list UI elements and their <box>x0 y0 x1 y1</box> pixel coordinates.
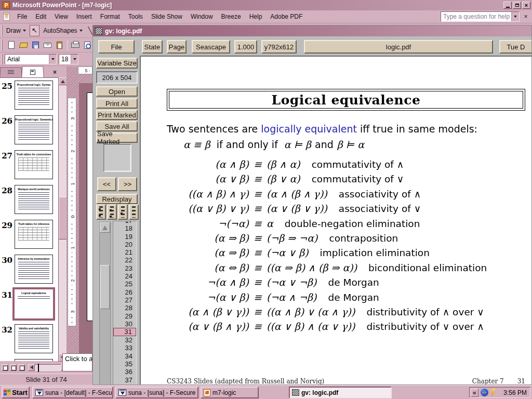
thumbnails-scrollbar[interactable] <box>58 77 66 362</box>
scrollbar-track[interactable] <box>35 364 61 371</box>
gv-filename-button[interactable]: logic.pdf <box>304 40 493 54</box>
taskbar-task-fsecure-1[interactable]: suna - [default] - F-Secure... <box>32 387 113 398</box>
gv-variable-size-button[interactable]: Variable Size <box>96 58 138 69</box>
menu-format[interactable]: Format <box>96 11 124 22</box>
gv-prev-page-button[interactable]: << <box>97 177 116 191</box>
menu-tools[interactable]: Tools <box>124 11 147 22</box>
draw-menu-button[interactable]: Draw <box>5 26 28 35</box>
scrollbar-thumb[interactable] <box>59 197 67 240</box>
page-number[interactable]: 37 <box>113 376 136 384</box>
page-number[interactable]: 21 <box>113 248 136 256</box>
page-number[interactable]: 33 <box>113 344 136 352</box>
menu-edit[interactable]: Edit <box>31 11 50 22</box>
toolbar-grip[interactable] <box>1 25 3 36</box>
page-number[interactable]: 26 <box>113 288 136 296</box>
menu-window[interactable]: Window <box>187 11 217 22</box>
gv-magnifier-box[interactable] <box>103 144 131 172</box>
autoshapes-menu-button[interactable]: AutoShapes <box>42 26 84 35</box>
tray-app-icon[interactable] <box>481 389 488 396</box>
gv-redisplay-button[interactable]: Redisplay <box>96 194 138 204</box>
taskbar-task-powerpoint[interactable]: m7-logic <box>201 387 259 398</box>
menu-slide-show[interactable]: Slide Show <box>147 11 187 22</box>
page-number[interactable]: 17 <box>113 221 136 224</box>
page-number[interactable]: 20 <box>113 241 136 248</box>
slide-thumbnail[interactable]: 26 Propositional logic: Semantics <box>0 114 58 147</box>
slide-thumbnail-selected[interactable]: 31 Logical equivalence <box>0 288 58 321</box>
slide-thumbnail[interactable]: 32 Validity and satisfiability <box>0 323 58 355</box>
page-number[interactable]: 28 <box>113 304 136 312</box>
gv-print-all-button[interactable]: Print All <box>96 98 138 109</box>
minimize-button[interactable] <box>503 2 512 9</box>
gv-open-button[interactable]: Open <box>96 86 138 97</box>
restore-button[interactable] <box>513 2 521 9</box>
scroll-up-icon[interactable] <box>59 77 67 85</box>
font-name-combo[interactable]: Arial <box>5 54 57 64</box>
toolbar-grip[interactable] <box>1 39 3 51</box>
page-number[interactable]: 35 <box>113 360 136 368</box>
page-number[interactable]: 23 <box>113 264 136 272</box>
chevron-down-icon[interactable] <box>49 55 56 64</box>
gv-pagelist-scrollbar[interactable] <box>99 222 111 385</box>
gv-next-page-button[interactable]: >> <box>118 177 137 191</box>
gv-scale-button[interactable]: 1.000 <box>234 40 257 54</box>
gv-mark-button-1[interactable] <box>96 204 106 220</box>
gv-unmark-button[interactable] <box>118 204 128 220</box>
gv-page-list[interactable]: 17 18 19 20 21 22 23 24 25 26 27 28 29 3… <box>113 221 137 385</box>
gv-orientation-button[interactable]: Seascape <box>192 40 230 54</box>
scroll-up-icon[interactable] <box>100 222 110 233</box>
gv-titlebar[interactable]: gv: logic.pdf <box>93 25 532 36</box>
chevron-down-icon[interactable] <box>71 55 78 64</box>
scroll-left-icon[interactable] <box>28 364 35 371</box>
menubar-close-icon[interactable]: × <box>522 13 530 20</box>
tray-chevron-icon[interactable]: « <box>471 389 478 397</box>
normal-view-button[interactable] <box>2 364 8 371</box>
menu-help[interactable]: Help <box>245 11 267 22</box>
page-number[interactable]: 32 <box>113 336 136 344</box>
horizontal-scrollbar[interactable] <box>28 364 68 371</box>
taskbar-task-gv-active[interactable]: gv: logic.pdf <box>289 387 392 398</box>
scrollbar-thumb[interactable] <box>100 265 110 309</box>
print-icon[interactable] <box>70 40 81 50</box>
start-button[interactable]: Start <box>2 387 30 398</box>
menu-adobe-pdf[interactable]: Adobe PDF <box>266 11 307 22</box>
page-number[interactable]: 29 <box>113 312 136 320</box>
gv-page-button[interactable]: Page <box>167 40 187 54</box>
gv-media-button[interactable]: y792x612 <box>261 40 297 54</box>
slide-sorter-view-button[interactable] <box>10 364 17 371</box>
select-arrow-button[interactable]: ↖ <box>30 25 39 36</box>
page-number[interactable]: 18 <box>113 224 136 232</box>
gv-state-button[interactable]: State <box>142 40 163 54</box>
gv-save-marked-button[interactable]: Save Marked <box>96 132 138 143</box>
gv-document-view[interactable]: Logical equivalence Two sentences are lo… <box>140 56 532 385</box>
gv-print-marked-button[interactable]: Print Marked <box>96 110 138 120</box>
new-document-icon[interactable] <box>6 40 17 50</box>
slide-thumbnail[interactable]: 25 Propositional logic: Syntax <box>0 79 58 112</box>
page-number[interactable]: 22 <box>113 256 136 264</box>
chevron-down-icon[interactable] <box>511 12 519 21</box>
tab-slides[interactable] <box>21 66 44 77</box>
gv-file-button[interactable]: File <box>98 40 135 54</box>
slide-thumbnail[interactable]: 27 Truth tables for connectives <box>0 149 58 181</box>
panel-close-icon[interactable]: × <box>53 69 57 77</box>
menu-file[interactable]: File <box>13 11 31 22</box>
taskbar-task-fsecure-2[interactable]: suna - [suna] - F-Secure S... <box>115 387 198 398</box>
gv-mark-button-2[interactable] <box>107 204 117 220</box>
line-tool-icon[interactable]: ╲ <box>88 26 92 35</box>
menu-breeze[interactable]: Breeze <box>217 11 245 22</box>
notes-pane[interactable]: Click to a <box>62 353 92 371</box>
font-size-combo[interactable]: 18 <box>59 54 78 64</box>
page-number[interactable]: 25 <box>113 280 136 288</box>
page-number[interactable]: 34 <box>113 352 136 360</box>
close-button[interactable]: × <box>522 2 530 9</box>
page-number[interactable]: 27 <box>113 296 136 304</box>
page-number[interactable]: 36 <box>113 368 136 376</box>
question-help-input[interactable]: Type a question for help <box>441 11 520 22</box>
clipboard-icon[interactable] <box>54 40 64 50</box>
slide-thumbnail[interactable]: 29 Truth tables for inference <box>0 219 58 251</box>
tab-outline[interactable] <box>0 67 22 77</box>
page-number[interactable]: 24 <box>113 272 136 280</box>
slide-thumbnail[interactable]: 28 Wumpus world sentences <box>0 184 58 216</box>
slideshow-view-button[interactable] <box>18 364 25 371</box>
print-preview-icon[interactable] <box>82 40 92 50</box>
mail-icon[interactable] <box>42 40 52 50</box>
